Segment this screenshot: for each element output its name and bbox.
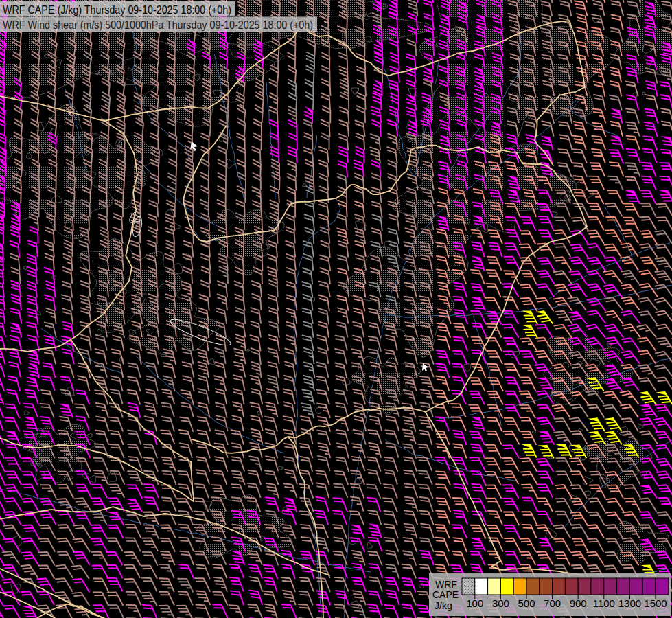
svg-text:WRF Wind shear (m/s) 500/1000h: WRF Wind shear (m/s) 500/1000hPa Thursda… [3,19,313,31]
svg-text:WRF: WRF [435,579,457,590]
svg-text:700: 700 [544,597,561,609]
svg-text:1500: 1500 [644,597,667,609]
svg-text:1100: 1100 [593,597,615,609]
svg-text:1300: 1300 [618,597,641,609]
svg-text:900: 900 [570,597,587,609]
svg-text:500: 500 [518,597,535,609]
svg-text:WRF CAPE (J/kg) Thursday 09-10: WRF CAPE (J/kg) Thursday 09-10-2025 18:0… [3,3,231,16]
svg-text:J/kg: J/kg [435,600,452,611]
svg-text:100: 100 [466,597,483,609]
svg-text:CAPE: CAPE [432,589,459,600]
svg-text:300: 300 [492,597,509,609]
